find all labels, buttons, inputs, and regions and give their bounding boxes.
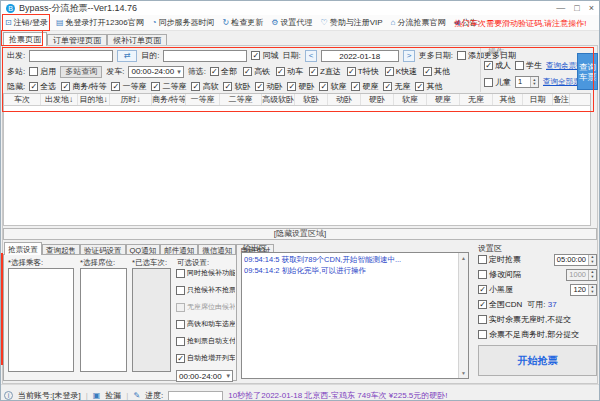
date-input[interactable]: 2022-01-18 [321, 50, 399, 62]
seat-type-checkbox[interactable]: ✓ 动卧 [255, 81, 282, 92]
checkbox-box: ✓ [276, 67, 285, 76]
toolbar-button[interactable]: ▤ 免登录打开12306官网 [56, 17, 144, 28]
timed-grab-time-input[interactable]: 05:00:00 ▴▾ [554, 254, 597, 266]
output-log[interactable]: 09:54:14:5 获取到789个CDN,开始智能测速中...09:54:14… [241, 252, 469, 379]
spinner-arrows-icon[interactable]: ▴▾ [530, 77, 538, 87]
page-tab[interactable]: 抢票页面 [3, 32, 47, 46]
option-checkbox[interactable]: 只抢候补不抢票 [176, 285, 235, 295]
adult-checkbox[interactable]: ✓ 成人 [484, 60, 511, 71]
depart-time-select[interactable]: 00:00-24:00 ▾ [128, 66, 183, 78]
checkbox-box [29, 67, 38, 76]
seat-type-checkbox[interactable]: ✓ 一等座 [111, 81, 146, 92]
toolbar-label: 赞助与注册VIP [330, 17, 383, 28]
seat-type-checkbox[interactable]: ✓ 高软 [191, 81, 218, 92]
table-column-header[interactable]: 二等座 [220, 94, 262, 105]
table-column-header[interactable]: 出发地↓ [41, 94, 78, 105]
student-checkbox[interactable]: 学生 [515, 60, 542, 71]
blacklist-seconds-input[interactable]: 120 ▴▾ [570, 284, 597, 296]
toolbar-button[interactable]: ♡ 赞助与注册VIP [320, 17, 382, 28]
table-column-header[interactable]: 硬座 [427, 94, 460, 105]
results-table-body[interactable] [3, 106, 591, 226]
train-type-checkbox[interactable]: ✓ 全部 [210, 66, 237, 77]
table-column-header[interactable]: 硬卧 [361, 94, 394, 105]
maximize-button[interactable]: □ [574, 2, 579, 14]
seat-type-checkbox[interactable]: ✓ 其他 [415, 81, 442, 92]
minimize-button[interactable]: — [556, 2, 565, 14]
close-button[interactable]: × [589, 2, 594, 14]
prev-date-button[interactable]: < [305, 50, 317, 62]
train-type-checkbox[interactable]: ✓ 高铁 [243, 66, 270, 77]
toolbar-button[interactable]: ◔ 同步服务器时间 [152, 17, 215, 28]
option-checkbox[interactable]: 高铁和动车选座 [176, 319, 235, 329]
train-type-checkbox[interactable]: ✓ K快速 [385, 66, 417, 77]
table-column-header[interactable]: 软座 [394, 94, 427, 105]
option-checkbox[interactable]: 同时抢候补功能 [176, 268, 235, 278]
toolbar-button[interactable]: ⌂ 分流抢票官网 [391, 17, 446, 28]
table-column-header[interactable]: 软卧 [295, 94, 328, 105]
table-column-header[interactable]: 动卧 [328, 94, 361, 105]
seat-type-checkbox[interactable]: ✓ 无座 [383, 81, 410, 92]
table-column-header[interactable]: 商务/特等 [152, 94, 186, 105]
table-column-header[interactable]: 车次 [4, 94, 41, 105]
seat-type-checkbox[interactable]: ✓ 软座 [319, 81, 346, 92]
scroll-up-icon[interactable]: ▲ [459, 255, 468, 261]
seat-type-checkbox[interactable]: ✓ 二等座 [151, 81, 186, 92]
scroll-down-icon[interactable]: ▼ [459, 370, 468, 376]
search-tickets-button[interactable]: 查询 车票 [577, 53, 598, 90]
table-column-header[interactable]: 无座 [460, 94, 493, 105]
collapse-settings-bar[interactable]: [隐藏设置区域] [3, 228, 597, 240]
depart-station-input[interactable] [29, 50, 113, 62]
same-city-checkbox[interactable]: ✓ 同城 [251, 50, 278, 61]
toolbar-button[interactable]: ⚙ 设置代理 [271, 17, 312, 28]
seat-type-checkbox[interactable]: ✓ 全选 [29, 81, 56, 92]
multi-station-enable-checkbox[interactable]: 启用 [29, 66, 56, 77]
child-checkbox[interactable]: 儿童 [484, 77, 511, 88]
table-column-header[interactable]: 日期 [523, 94, 553, 105]
selected-train-listbox[interactable] [132, 268, 171, 372]
log-scrollbar[interactable]: ▲ ▼ [458, 253, 468, 378]
multi-station-query-button[interactable]: 多站查询 [60, 66, 102, 78]
child-count-stepper[interactable]: 1 ▴▾ [515, 76, 539, 88]
swap-stations-button[interactable]: ⇄ [117, 50, 137, 62]
train-type-checkbox[interactable]: ✓ 其他 [423, 66, 450, 77]
mode-label[interactable]: 捡漏 [105, 390, 121, 400]
table-column-header[interactable]: 一等座 [186, 94, 220, 105]
spinner-arrows-icon[interactable]: ▴▾ [588, 270, 596, 280]
table-column-header[interactable]: 备注 [553, 94, 570, 105]
train-type-checkbox[interactable]: ✓ 动车 [276, 66, 303, 77]
blacklist-checkbox[interactable]: ✓ 小黑屋 [478, 284, 513, 295]
modify-interval-checkbox[interactable]: 修改间隔 [478, 269, 521, 280]
progress-bar [168, 391, 223, 401]
option-checkbox[interactable]: 抢到票自动支付 [176, 336, 235, 346]
option-checkbox[interactable]: ✓ 自动抢增开列车 [176, 353, 235, 363]
seat-listbox[interactable] [80, 268, 127, 372]
partial-submit-checkbox[interactable]: 余票不足商务时,部分提交 [478, 329, 579, 340]
spinner-arrows-icon[interactable]: ▴▾ [588, 255, 596, 265]
toolbar-button[interactable]: ⊡ 注销/登录 [5, 17, 48, 28]
table-column-header[interactable]: 其他 [493, 94, 523, 105]
toolbar-icon: ⌂ [391, 18, 396, 27]
seat-type-checkbox[interactable]: ✓ 商务/特等 [61, 81, 106, 92]
timed-grab-checkbox[interactable]: 定时抢票 [478, 254, 521, 265]
settings-tab[interactable]: 抢票设置 [4, 242, 42, 255]
seat-type-checkbox[interactable]: ✓ 硬卧 [287, 81, 314, 92]
national-cdn-checkbox[interactable]: ✓ 全国CDN [478, 299, 522, 310]
train-type-checkbox[interactable]: ✓ Z直达 [309, 66, 341, 77]
passenger-listbox[interactable] [8, 268, 74, 372]
seat-type-checkbox[interactable]: ✓ 硬座 [351, 81, 378, 92]
next-date-button[interactable]: > [403, 50, 415, 62]
no-seat-no-submit-checkbox[interactable]: 实时余票无座时,不提交 [478, 314, 571, 325]
toolbar-button[interactable]: ↻ 检查更新 [223, 17, 264, 28]
dest-station-input[interactable] [163, 50, 247, 62]
option-checkbox[interactable]: 无座席位由候补 [176, 302, 235, 312]
train-type-checkbox[interactable]: ✓ T特快 [347, 66, 379, 77]
table-column-header[interactable]: 高级软卧 [262, 94, 295, 105]
interval-row: 修改间隔 1000 ▴▾ [478, 268, 597, 281]
seat-type-checkbox[interactable]: ✓ 软卧 [223, 81, 250, 92]
table-column-header[interactable]: 目的地↓ [78, 94, 110, 105]
interval-value-input[interactable]: 1000 ▴▾ [566, 269, 597, 281]
table-column-header[interactable]: 历时↓ [110, 94, 152, 105]
grab-time-range-select[interactable]: 00:00-24:00 ▾ [176, 370, 233, 382]
spinner-arrows-icon[interactable]: ▴▾ [588, 285, 596, 295]
start-grab-button[interactable]: 开始抢票 [478, 345, 597, 376]
